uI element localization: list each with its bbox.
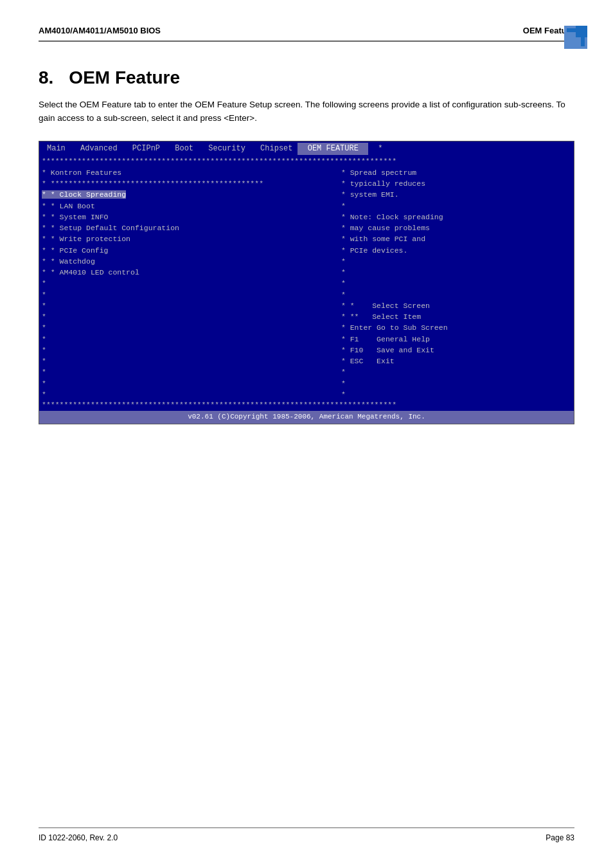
bios-row-11: * [42,278,336,289]
bios-separator-bottom: ****************************************… [39,400,574,411]
bios-rrow-1: * Spread spectrum [341,167,571,178]
bios-row-21: * [42,389,336,400]
bios-row-8: * * PCIe Config [42,245,336,256]
bios-row-16: * [42,334,336,345]
bios-rrow-6: * may cause problems [341,222,571,233]
footer-page: Page 83 [546,833,574,842]
bios-tab-chipset[interactable]: Chipset [251,143,298,155]
bios-rrow-7: * with some PCI and [341,233,571,244]
bios-rrow-17: * F10 Save and Exit [341,345,571,356]
bios-rrow-18: * ESC Exit [341,356,571,366]
bios-tab-oemfeature[interactable]: OEM FEATURE [298,143,368,155]
bios-row-6: * * Setup Default Configuration [42,222,336,233]
bios-col-left: * Kontron Features * *******************… [39,167,339,400]
svg-rect-4 [564,37,576,49]
bios-row-7: * * Write protection [42,233,336,244]
bios-rrow-10: * [341,267,571,278]
bios-rrow-20: * [341,378,571,389]
page-footer: ID 1022-2060, Rev. 2.0 Page 83 [39,827,574,842]
bios-separator-top: ****************************************… [39,156,574,167]
page-header: AM4010/AM4011/AM5010 BIOS OEM Feature [39,26,574,42]
bios-tab-pcipnp[interactable]: PCIPnP [123,143,165,155]
bios-row-15: * [42,322,336,333]
bios-rrow-4: * [341,201,571,212]
bios-row-13: * [42,300,336,311]
bios-row-12: * [42,289,336,300]
bios-row-14: * [42,311,336,322]
corner-bracket-icon [564,26,587,49]
bios-rrow-2: * typically reduces [341,178,571,189]
page-container: AM4010/AM4011/AM5010 BIOS OEM Feature 8.… [0,0,613,868]
section-number: 8. [39,68,53,87]
bios-rrow-12: * [341,289,571,300]
bios-row-10: * * AM4010 LED control [42,267,336,278]
bios-screen: Main Advanced PCIPnP Boot Security Chips… [39,141,574,424]
svg-rect-7 [581,28,585,46]
bios-tab-end: * [368,143,387,155]
bios-rrow-16: * F1 General Help [341,334,571,345]
bios-rrow-5: * Note: Clock spreading [341,212,571,222]
bios-row-20: * [42,378,336,389]
bios-tab-advanced[interactable]: Advanced [71,143,123,155]
bios-rrow-3: * system EMI. [341,189,571,200]
bios-rrow-11: * [341,278,571,289]
header-left: AM4010/AM4011/AM5010 BIOS [39,26,161,35]
bios-rrow-9: * [341,256,571,267]
bios-row-9: * * Watchdog [42,256,336,267]
bios-rrow-21: * [341,389,571,400]
bios-row-4: * * LAN Boot [42,201,336,212]
bios-row-5: * * System INFO [42,212,336,222]
section-title: OEM Feature [69,68,180,87]
footer-id: ID 1022-2060, Rev. 2.0 [39,833,118,842]
bios-row-2: * **************************************… [42,178,336,189]
bios-tab-bar: Main Advanced PCIPnP Boot Security Chips… [39,141,574,156]
bios-footer: v02.61 (C)Copyright 1985-2006, American … [39,411,574,424]
description: Select the OEM Feature tab to enter the … [39,98,574,125]
bios-tab-security[interactable]: Security [199,143,251,155]
bios-row-17: * [42,345,336,356]
bios-rrow-8: * PCIe devices. [341,245,571,256]
bios-row-19: * [42,366,336,377]
section-heading: 8.OEM Feature [39,68,574,88]
bios-rrow-14: * ** Select Item [341,311,571,322]
bios-row-3: * * Clock Spreading [42,189,336,200]
bios-two-col: * Kontron Features * *******************… [39,167,574,400]
bios-rrow-13: * * Select Screen [341,300,571,311]
bios-tab-boot[interactable]: Boot [165,143,199,155]
bios-row-1: * Kontron Features [42,167,336,178]
bios-rrow-19: * [341,366,571,377]
bios-tab-main[interactable]: Main [42,143,71,155]
bios-col-right: * Spread spectrum * typically reduces * … [339,167,574,400]
bios-row-18: * [42,356,336,366]
bios-rrow-15: * Enter Go to Sub Screen [341,322,571,333]
